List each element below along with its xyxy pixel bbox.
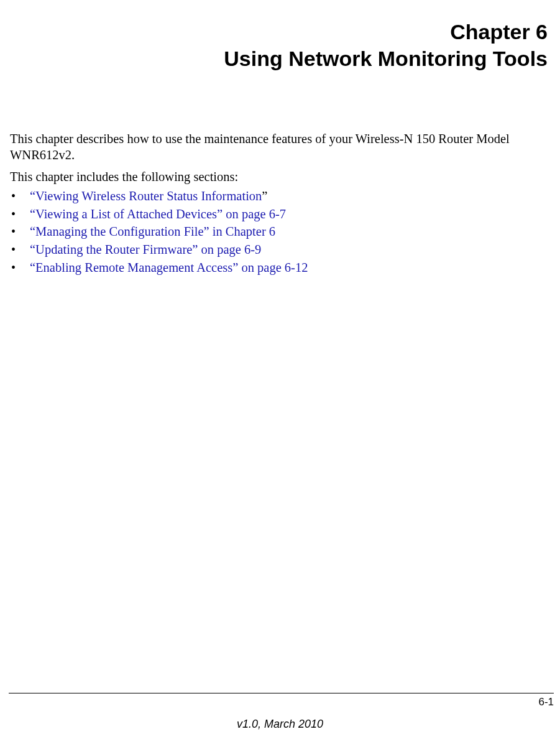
section-link[interactable]: “Enabling Remote Management Access” on p… bbox=[30, 261, 308, 274]
page-number: 6-1 bbox=[538, 696, 554, 708]
list-item: “Updating the Router Firmware” on page 6… bbox=[10, 241, 546, 259]
section-link[interactable]: “Viewing Wireless Router Status Informat… bbox=[30, 189, 262, 203]
footer-version: v1.0, March 2010 bbox=[0, 718, 560, 731]
list-item-suffix: ” bbox=[262, 189, 267, 203]
chapter-number: Chapter 6 bbox=[10, 19, 548, 45]
intro-paragraph: This chapter describes how to use the ma… bbox=[10, 131, 546, 163]
body-text: This chapter describes how to use the ma… bbox=[10, 131, 554, 276]
section-link[interactable]: “Updating the Router Firmware” on page 6… bbox=[30, 243, 261, 256]
list-item: “Enabling Remote Management Access” on p… bbox=[10, 259, 546, 277]
footer-rule bbox=[9, 693, 554, 693]
chapter-heading: Chapter 6 Using Network Monitoring Tools bbox=[10, 19, 548, 72]
list-item: “Managing the Configuration File” in Cha… bbox=[10, 223, 546, 241]
document-page: Chapter 6 Using Network Monitoring Tools… bbox=[0, 0, 560, 742]
sections-lead: This chapter includes the following sect… bbox=[10, 169, 546, 185]
section-link[interactable]: “Managing the Configuration File” in Cha… bbox=[30, 225, 275, 238]
chapter-title: Using Network Monitoring Tools bbox=[10, 45, 548, 72]
sections-list: “Viewing Wireless Router Status Informat… bbox=[10, 188, 546, 276]
list-item: “Viewing a List of Attached Devices” on … bbox=[10, 206, 546, 223]
list-item: “Viewing Wireless Router Status Informat… bbox=[10, 188, 546, 205]
section-link[interactable]: “Viewing a List of Attached Devices” on … bbox=[30, 207, 286, 221]
